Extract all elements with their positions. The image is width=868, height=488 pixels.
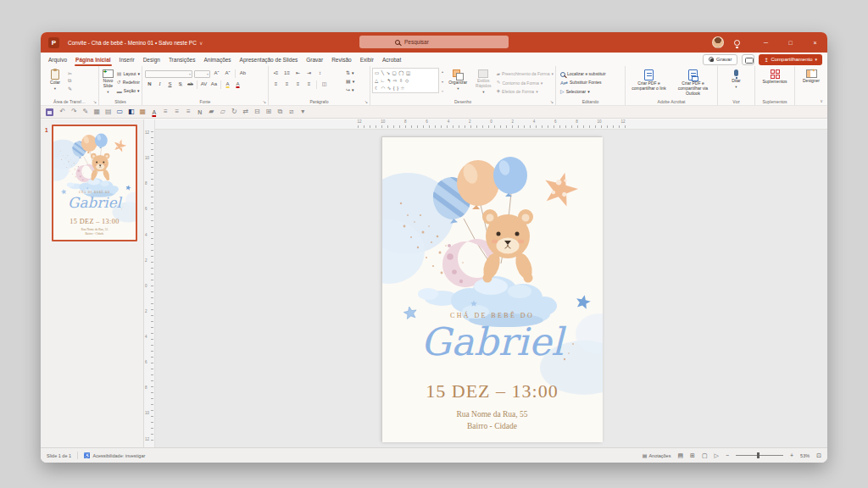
fit-to-window-icon[interactable]: ⊡ <box>816 452 821 459</box>
decrease-indent-button[interactable]: ⇤ <box>293 70 303 77</box>
distribute-icon[interactable]: ⊞ <box>263 108 275 115</box>
section-button[interactable]: ▬Seção▾ <box>117 88 140 95</box>
align-left-button[interactable]: ≡ <box>271 81 281 88</box>
align-objects-icon[interactable]: ⊟ <box>252 108 264 115</box>
slide-thumbnail-panel[interactable]: 1 <box>41 119 144 447</box>
increase-indent-button[interactable]: ⇥ <box>304 70 314 77</box>
comments-button[interactable] <box>742 54 754 65</box>
search-box[interactable] <box>359 36 509 48</box>
shapes-gallery-more-icon[interactable]: ▿ <box>442 89 443 93</box>
find-replace-button[interactable]: Localizar e substituir <box>560 71 623 77</box>
normal-view-icon[interactable]: ▤ <box>677 452 683 459</box>
align-text-button[interactable]: ▤▾ <box>346 79 368 86</box>
close-button[interactable]: × <box>803 32 827 53</box>
shape-fill-icon[interactable]: ▰ <box>206 108 218 115</box>
shape-fill-button[interactable]: ▰Preenchimento da Forma▾ <box>497 71 554 78</box>
decrease-font-button[interactable]: Aˇ <box>223 70 232 77</box>
shapes-gallery[interactable]: ▭╲↘▢◯◫ △∟↰⇨⇩◇ ☾◠∿{}☆ <box>372 68 439 93</box>
replace-fonts-button[interactable]: A⇄Substituir Fontes <box>560 80 623 86</box>
align-center-button[interactable]: ≡ <box>282 81 292 88</box>
redo-icon[interactable]: ↷ <box>69 108 81 115</box>
invitation-address-text[interactable]: Rua Nome da Rua, 55Bairro - Cidade <box>382 408 603 433</box>
clear-formatting-button[interactable]: Ab <box>238 70 248 77</box>
tab-apresentacao-de-slides[interactable]: Apresentação de Slides <box>236 53 303 66</box>
arrange-button[interactable]: Organizar ▾ <box>446 68 470 95</box>
character-spacing-button[interactable]: AV <box>199 81 209 88</box>
underline-button[interactable]: S <box>165 81 175 88</box>
shapes-scroll-up-icon[interactable]: ▴ <box>442 69 443 74</box>
zoom-slider-thumb[interactable] <box>757 452 760 458</box>
increase-font-button[interactable]: Aˆ <box>212 70 221 77</box>
font-dialog-launcher-icon[interactable]: ↘ <box>263 100 266 104</box>
line-spacing-button[interactable]: ↕ <box>315 70 325 77</box>
smartart-button[interactable]: ↪▾ <box>346 87 368 94</box>
new-slide-icon[interactable]: ▦ <box>92 108 103 115</box>
bold-icon[interactable]: N <box>194 109 206 115</box>
cut-icon[interactable]: ✂ <box>68 70 72 76</box>
undo-icon[interactable]: ↶ <box>57 108 69 115</box>
font-name-select[interactable]: ▾ <box>145 70 192 78</box>
tab-gravar[interactable]: Gravar <box>302 53 327 66</box>
tab-design[interactable]: Design <box>139 53 164 66</box>
create-pdf-outlook-button[interactable]: Criar PDF e compartilhar via Outlook <box>671 68 715 96</box>
flip-icon[interactable]: ⇄ <box>240 108 252 115</box>
slide-sorter-view-icon[interactable]: ⊞ <box>690 452 695 459</box>
columns-button[interactable]: ◫ <box>320 81 329 88</box>
zoom-out-button[interactable]: − <box>726 452 729 458</box>
tab-arquivo[interactable]: Arquivo <box>44 53 71 66</box>
rotate-icon[interactable]: ↻ <box>229 108 241 115</box>
layout-button[interactable]: ▤Layout▾ <box>117 70 140 77</box>
title-dropdown-caret[interactable]: ∨ <box>199 40 203 46</box>
maximize-button[interactable]: □ <box>778 32 803 53</box>
create-pdf-link-button[interactable]: Criar PDF e compartilhar o link <box>628 68 670 96</box>
copy-icon[interactable]: ⧉ <box>68 78 72 84</box>
shapes-scroll-down-icon[interactable]: ▾ <box>442 80 443 84</box>
tab-pagina-inicial[interactable]: Página Inicial <box>71 53 115 66</box>
invitation-datetime-text[interactable]: 15 DEZ – 13:00 <box>382 380 603 402</box>
reading-view-icon[interactable]: ▢ <box>702 452 708 459</box>
italic-button[interactable]: I <box>155 81 164 88</box>
format-painter-icon[interactable]: ✎ <box>68 86 72 92</box>
shape-outline-icon[interactable]: ▱ <box>217 108 229 115</box>
minimize-button[interactable]: ─ <box>754 32 778 53</box>
align-center-icon[interactable]: ≡ <box>171 108 183 115</box>
invitation-eyebrow-text[interactable]: CHÁ DE BEBÊ DO <box>382 312 603 319</box>
font-color-button[interactable]: A <box>233 81 242 88</box>
shape-effects-button[interactable]: ◈Efeitos de Forma▾ <box>497 88 554 95</box>
powerpoint-app-icon[interactable]: P <box>48 37 59 48</box>
layout-icon[interactable]: ▤ <box>103 108 114 115</box>
format-painter-icon[interactable]: ✎ <box>80 108 92 115</box>
slideshow-view-icon[interactable]: ▷ <box>715 452 719 459</box>
record-button[interactable]: Gravar <box>703 54 737 65</box>
shape-outline-button[interactable]: ✎Contorno da Forma▾ <box>497 80 554 86</box>
crop-icon[interactable]: ⧄ <box>286 108 298 115</box>
numbering-button[interactable]: 1≡ <box>282 70 292 77</box>
notes-toggle[interactable]: Anotações <box>648 453 670 458</box>
dictate-button[interactable]: Ditar ▾ <box>720 68 753 89</box>
tab-animacoes[interactable]: Animações <box>199 53 235 66</box>
strikethrough-button[interactable]: ab <box>186 81 195 88</box>
align-left-icon[interactable]: ≡ <box>160 108 172 115</box>
new-slide-button[interactable]: Novo Slide ▾ <box>101 68 115 95</box>
slide-thumbnail[interactable]: CHÁ DE BEBÊ DO Gabriel 15 DEZ – 13:00 Ru… <box>52 125 137 241</box>
font-color-icon[interactable]: A <box>148 109 160 115</box>
more-icon[interactable]: ▾ <box>298 108 309 115</box>
slide-canvas-area[interactable]: 12108642024681012 <box>155 119 827 447</box>
align-right-button[interactable]: ≡ <box>293 81 303 88</box>
collapse-ribbon-icon[interactable]: ∨ <box>820 98 823 103</box>
save-icon[interactable] <box>46 108 53 116</box>
zoom-in-button[interactable]: + <box>790 452 793 458</box>
clipboard-dialog-launcher-icon[interactable]: ↘ <box>93 100 97 104</box>
picture-icon[interactable]: ▦ <box>137 108 149 115</box>
tab-revisao[interactable]: Revisão <box>327 53 355 66</box>
share-button[interactable]: ↥ Compartilhamento ▾ <box>759 54 822 65</box>
tab-acrobat[interactable]: Acrobat <box>378 53 405 66</box>
select-button[interactable]: ▷Selecionar▾ <box>560 88 623 95</box>
text-box-icon[interactable]: ▭ <box>114 108 126 115</box>
paragraph-dialog-launcher-icon[interactable]: ↘ <box>364 100 368 104</box>
tab-inserir[interactable]: Inserir <box>115 53 139 66</box>
search-input[interactable] <box>404 39 489 45</box>
invitation-name-text[interactable]: Gabriel <box>382 320 603 364</box>
zoom-slider[interactable] <box>736 455 783 456</box>
align-right-icon[interactable]: ≡ <box>183 108 195 115</box>
